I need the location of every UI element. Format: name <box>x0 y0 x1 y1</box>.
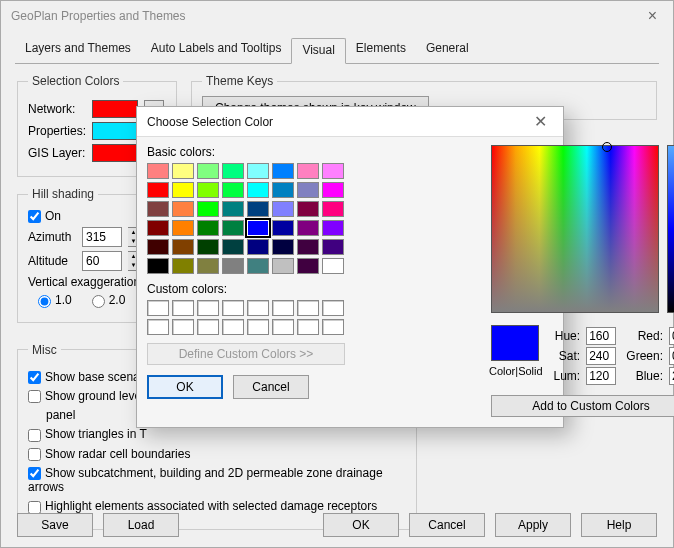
define-custom-button[interactable]: Define Custom Colors >> <box>147 343 345 365</box>
basic-color-cell[interactable] <box>172 220 194 236</box>
hue-sat-picker[interactable] <box>491 145 659 313</box>
custom-slot[interactable] <box>297 300 319 316</box>
custom-slot[interactable] <box>147 300 169 316</box>
basic-color-cell[interactable] <box>297 201 319 217</box>
tab-autolabels[interactable]: Auto Labels and Tooltips <box>141 37 292 63</box>
basic-color-cell[interactable] <box>197 182 219 198</box>
misc-c4[interactable]: Show radar cell boundaries <box>28 447 406 461</box>
basic-color-cell[interactable] <box>222 163 244 179</box>
misc-c6[interactable]: Highlight elements associated with selec… <box>28 499 406 513</box>
custom-slot[interactable] <box>222 300 244 316</box>
lum-input[interactable] <box>586 367 616 385</box>
altitude-input[interactable] <box>82 251 122 271</box>
vex-2[interactable]: 2.0 <box>92 293 126 307</box>
close-icon[interactable]: × <box>642 1 663 31</box>
gis-swatch[interactable] <box>92 144 138 162</box>
basic-color-cell[interactable] <box>322 163 344 179</box>
custom-slot[interactable] <box>197 319 219 335</box>
basic-color-cell[interactable] <box>247 182 269 198</box>
basic-color-cell[interactable] <box>172 163 194 179</box>
custom-slot[interactable] <box>272 300 294 316</box>
basic-color-cell[interactable] <box>322 201 344 217</box>
custom-slot[interactable] <box>322 300 344 316</box>
basic-color-cell[interactable] <box>172 201 194 217</box>
hill-on-check[interactable]: On <box>28 209 61 223</box>
tab-elements[interactable]: Elements <box>346 37 416 63</box>
basic-color-cell[interactable] <box>147 220 169 236</box>
crosshair-icon[interactable] <box>602 142 612 152</box>
basic-color-cell[interactable] <box>322 182 344 198</box>
misc-c5[interactable]: Show subcatchment, building and 2D perme… <box>28 466 406 494</box>
dlg-close-icon[interactable]: ✕ <box>528 107 553 136</box>
dlg-cancel-button[interactable]: Cancel <box>233 375 309 399</box>
tab-visual[interactable]: Visual <box>291 38 345 64</box>
basic-color-cell[interactable] <box>297 182 319 198</box>
basic-color-cell[interactable] <box>247 220 269 236</box>
basic-color-cell[interactable] <box>197 258 219 274</box>
basic-color-cell[interactable] <box>222 220 244 236</box>
custom-slot[interactable] <box>247 300 269 316</box>
dlg-ok-button[interactable]: OK <box>147 375 223 399</box>
custom-slot[interactable] <box>272 319 294 335</box>
cancel-button[interactable]: Cancel <box>409 513 485 537</box>
basic-color-cell[interactable] <box>272 258 294 274</box>
hue-input[interactable] <box>586 327 616 345</box>
tab-layers[interactable]: Layers and Themes <box>15 37 141 63</box>
sat-input[interactable] <box>586 347 616 365</box>
basic-color-cell[interactable] <box>147 182 169 198</box>
load-button[interactable]: Load <box>103 513 179 537</box>
save-button[interactable]: Save <box>17 513 93 537</box>
custom-slot[interactable] <box>172 319 194 335</box>
hill-on-input[interactable] <box>28 210 41 223</box>
basic-color-cell[interactable] <box>197 163 219 179</box>
custom-slot[interactable] <box>197 300 219 316</box>
basic-color-cell[interactable] <box>222 182 244 198</box>
basic-color-cell[interactable] <box>197 239 219 255</box>
add-custom-button[interactable]: Add to Custom Colors <box>491 395 674 417</box>
custom-slot[interactable] <box>147 319 169 335</box>
apply-button[interactable]: Apply <box>495 513 571 537</box>
basic-color-cell[interactable] <box>222 201 244 217</box>
basic-color-cell[interactable] <box>272 239 294 255</box>
red-input[interactable] <box>669 327 674 345</box>
custom-slot[interactable] <box>247 319 269 335</box>
basic-color-cell[interactable] <box>297 220 319 236</box>
basic-color-cell[interactable] <box>322 258 344 274</box>
basic-color-cell[interactable] <box>147 239 169 255</box>
basic-color-cell[interactable] <box>272 182 294 198</box>
basic-color-cell[interactable] <box>272 201 294 217</box>
basic-color-cell[interactable] <box>172 258 194 274</box>
basic-color-cell[interactable] <box>297 239 319 255</box>
basic-color-cell[interactable] <box>222 239 244 255</box>
custom-slot[interactable] <box>172 300 194 316</box>
basic-color-cell[interactable] <box>322 220 344 236</box>
basic-color-cell[interactable] <box>322 239 344 255</box>
ok-button[interactable]: OK <box>323 513 399 537</box>
misc-c3[interactable]: Show triangles in T <box>28 427 406 441</box>
basic-color-cell[interactable] <box>247 239 269 255</box>
basic-color-cell[interactable] <box>197 220 219 236</box>
basic-color-cell[interactable] <box>247 258 269 274</box>
basic-color-cell[interactable] <box>297 163 319 179</box>
basic-color-cell[interactable] <box>172 239 194 255</box>
custom-slot[interactable] <box>222 319 244 335</box>
vex-1[interactable]: 1.0 <box>38 293 72 307</box>
basic-color-cell[interactable] <box>272 163 294 179</box>
tab-general[interactable]: General <box>416 37 479 63</box>
custom-slot[interactable] <box>322 319 344 335</box>
properties-swatch[interactable] <box>92 122 138 140</box>
blue-input[interactable] <box>669 367 674 385</box>
basic-color-cell[interactable] <box>147 258 169 274</box>
basic-color-cell[interactable] <box>247 163 269 179</box>
help-button[interactable]: Help <box>581 513 657 537</box>
basic-color-cell[interactable] <box>197 201 219 217</box>
basic-color-cell[interactable] <box>222 258 244 274</box>
basic-color-cell[interactable] <box>272 220 294 236</box>
custom-slot[interactable] <box>297 319 319 335</box>
network-swatch[interactable] <box>92 100 138 118</box>
luminance-slider[interactable] <box>667 145 674 313</box>
azimuth-input[interactable] <box>82 227 122 247</box>
basic-color-cell[interactable] <box>147 163 169 179</box>
basic-color-cell[interactable] <box>172 182 194 198</box>
basic-color-cell[interactable] <box>247 201 269 217</box>
